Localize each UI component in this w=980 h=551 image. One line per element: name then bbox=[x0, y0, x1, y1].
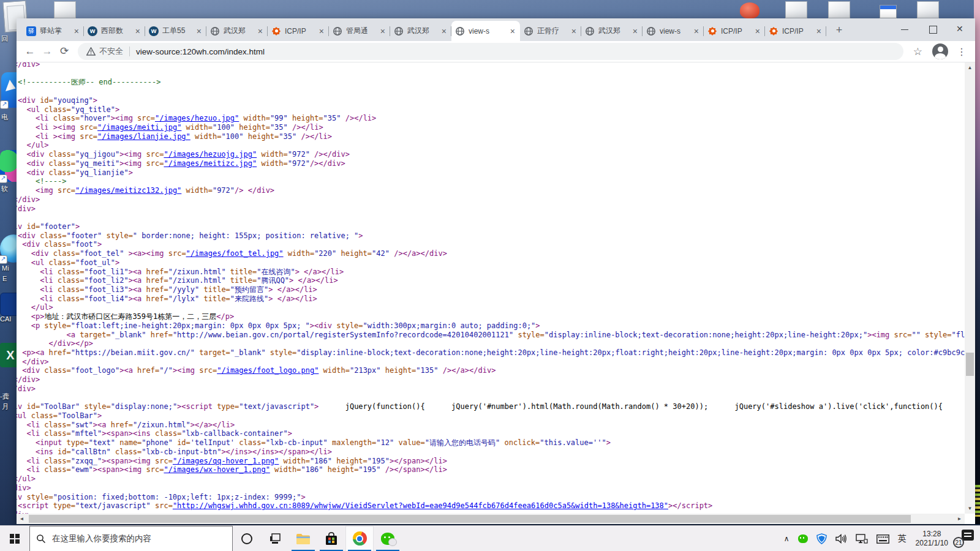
tab-武汉郑[interactable]: 武汉郑× bbox=[581, 21, 643, 41]
browser-window: 驿驿站掌×w西部数×w工单55×武汉郑×ICP/IP×管局通×武汉郑×view-… bbox=[17, 18, 975, 524]
cortana-button[interactable] bbox=[233, 526, 261, 551]
globe-favicon bbox=[524, 26, 533, 36]
scroll-left-icon[interactable]: ◄ bbox=[17, 514, 27, 524]
security-label[interactable]: 不安全 bbox=[99, 46, 123, 57]
back-button[interactable]: ← bbox=[21, 43, 39, 60]
warning-icon bbox=[86, 47, 96, 56]
ime-indicator[interactable]: 英 bbox=[898, 533, 907, 544]
desktop-icon-top[interactable] bbox=[917, 1, 939, 18]
tab-close-icon[interactable]: × bbox=[509, 26, 516, 36]
tab-正骨疗[interactable]: 正骨疗× bbox=[520, 21, 581, 41]
wechat-button[interactable] bbox=[374, 526, 402, 551]
taskbar-clock[interactable]: 13:28 2021/1/10 bbox=[916, 530, 948, 548]
code-line: <div class="yq_lianjie"> bbox=[18, 168, 965, 178]
horizontal-scrollbar[interactable]: ◄ ► bbox=[17, 514, 965, 524]
desktop-icon-top-red[interactable] bbox=[740, 2, 760, 18]
reload-button[interactable]: ⟳ bbox=[56, 43, 73, 60]
code-line: <p style="float:left;ine-height:20px;mar… bbox=[18, 321, 965, 331]
tab-驿站掌[interactable]: 驿驿站掌× bbox=[23, 21, 84, 41]
store-icon bbox=[325, 532, 338, 545]
store-button[interactable] bbox=[317, 526, 345, 551]
search-placeholder: 在这里输入你要搜索的内容 bbox=[52, 533, 151, 544]
desktop-icon-label: 月 bbox=[2, 402, 9, 411]
code-line: <li class="mftel"><span><ins class="lxb-… bbox=[18, 429, 965, 438]
chrome-button[interactable] bbox=[345, 526, 374, 551]
minimize-button[interactable] bbox=[891, 18, 919, 41]
desktop-icon-top-window[interactable] bbox=[880, 5, 897, 18]
tab-close-icon[interactable]: × bbox=[379, 26, 386, 36]
tab-close-icon[interactable]: × bbox=[631, 26, 639, 36]
notification-icon bbox=[962, 530, 974, 541]
file-explorer-button[interactable] bbox=[289, 526, 317, 551]
vertical-scroll-thumb[interactable] bbox=[966, 353, 974, 376]
tray-shield-icon[interactable] bbox=[816, 533, 827, 544]
shortcut-arrow-icon bbox=[0, 255, 7, 264]
tab-西部数[interactable]: w西部数× bbox=[84, 21, 145, 41]
desktop-icon-top[interactable] bbox=[828, 1, 850, 18]
notification-center-button[interactable]: 21 bbox=[953, 530, 974, 548]
tab-close-icon[interactable]: × bbox=[318, 26, 325, 36]
bookmark-star-icon[interactable]: ☆ bbox=[908, 45, 927, 58]
code-line: <li class="foot_li3"><a href="/yyly" tit… bbox=[18, 285, 965, 294]
tab-管局通[interactable]: 管局通× bbox=[329, 21, 390, 41]
scroll-down-icon[interactable]: ▼ bbox=[965, 503, 975, 514]
code-line: <p>地址：武汉市硚口区仁寿路359号1栋第一，二，三层</p> bbox=[18, 312, 965, 321]
new-tab-button[interactable]: + bbox=[831, 23, 847, 39]
tab-close-icon[interactable]: × bbox=[195, 26, 203, 36]
code-line: <div class="footer" style=" border:none;… bbox=[18, 231, 965, 241]
address-bar[interactable]: 不安全 view-source:120wh.com/index.html bbox=[78, 43, 903, 60]
globe-favicon bbox=[455, 26, 465, 36]
globe-favicon bbox=[333, 26, 342, 36]
view-source-area: </div> <!----------医师-- end----------> <… bbox=[17, 62, 965, 514]
search-icon bbox=[36, 534, 46, 544]
scroll-up-icon[interactable]: ▲ bbox=[965, 62, 975, 73]
vertical-scrollbar[interactable]: ▲ ▼ bbox=[965, 62, 975, 514]
tab-close-icon[interactable]: × bbox=[134, 26, 141, 36]
tab-close-icon[interactable]: × bbox=[754, 26, 761, 36]
url-text[interactable]: view-source:120wh.com/index.html bbox=[136, 47, 265, 56]
code-line: <li class="hover"><img src="/images/hezu… bbox=[18, 114, 965, 123]
menu-kebab-icon[interactable]: ⋮ bbox=[953, 46, 970, 58]
tab-close-icon[interactable]: × bbox=[440, 26, 448, 36]
horizontal-scroll-thumb[interactable] bbox=[29, 515, 911, 523]
tab-title: 管局通 bbox=[346, 26, 379, 36]
tab-close-icon[interactable]: × bbox=[815, 26, 823, 36]
code-line: <div id="youqing"> bbox=[18, 96, 965, 105]
tab-close-icon[interactable]: × bbox=[73, 26, 80, 36]
tab-title: 武汉郑 bbox=[407, 26, 440, 36]
forward-button[interactable]: → bbox=[39, 43, 56, 60]
code-line: <ul class="foot_ul"> bbox=[18, 258, 965, 268]
tab-武汉郑[interactable]: 武汉郑× bbox=[390, 21, 451, 41]
desktop-icon-top[interactable] bbox=[785, 1, 807, 18]
tray-expand-chevron-icon[interactable]: ∧ bbox=[784, 534, 790, 543]
tab-view-s[interactable]: view-s× bbox=[643, 21, 704, 41]
network-icon[interactable] bbox=[856, 534, 868, 544]
tab-close-icon[interactable]: × bbox=[570, 26, 578, 36]
task-view-icon bbox=[269, 533, 281, 545]
scroll-right-icon[interactable]: ► bbox=[954, 514, 965, 524]
tray-wechat-icon[interactable] bbox=[798, 534, 808, 543]
code-line: </div> bbox=[17, 204, 965, 214]
shortcut-arrow-icon bbox=[0, 174, 7, 183]
tab-ICP/IP[interactable]: ICP/IP× bbox=[704, 21, 765, 41]
task-view-button[interactable] bbox=[261, 526, 289, 551]
desktop-icon-top[interactable] bbox=[54, 1, 76, 18]
tab-工单55[interactable]: w工单55× bbox=[145, 21, 206, 41]
page-content: </div> <!----------医师-- end----------> <… bbox=[17, 62, 975, 524]
start-button[interactable] bbox=[0, 526, 29, 551]
tab-close-icon[interactable]: × bbox=[693, 26, 700, 36]
code-line: <div id="ToolBar" style="display:none;">… bbox=[17, 402, 965, 411]
taskbar-search-input[interactable]: 在这里输入你要搜索的内容 bbox=[29, 526, 233, 551]
code-line: <input type="text" name="phone" id='telI… bbox=[18, 438, 965, 448]
volume-icon[interactable] bbox=[835, 534, 847, 544]
maximize-button[interactable] bbox=[919, 18, 947, 41]
tab-close-icon[interactable]: × bbox=[257, 26, 264, 36]
tab-view-s[interactable]: view-s× bbox=[451, 21, 520, 41]
tab-ICP/IP[interactable]: ICP/IP× bbox=[765, 21, 826, 41]
tab-武汉郑[interactable]: 武汉郑× bbox=[206, 21, 268, 41]
tab-title: view-s bbox=[660, 27, 693, 36]
close-button[interactable] bbox=[947, 18, 975, 41]
keyboard-icon[interactable] bbox=[876, 534, 889, 544]
profile-avatar[interactable] bbox=[932, 43, 948, 59]
tab-ICP/IP[interactable]: ICP/IP× bbox=[268, 21, 329, 41]
